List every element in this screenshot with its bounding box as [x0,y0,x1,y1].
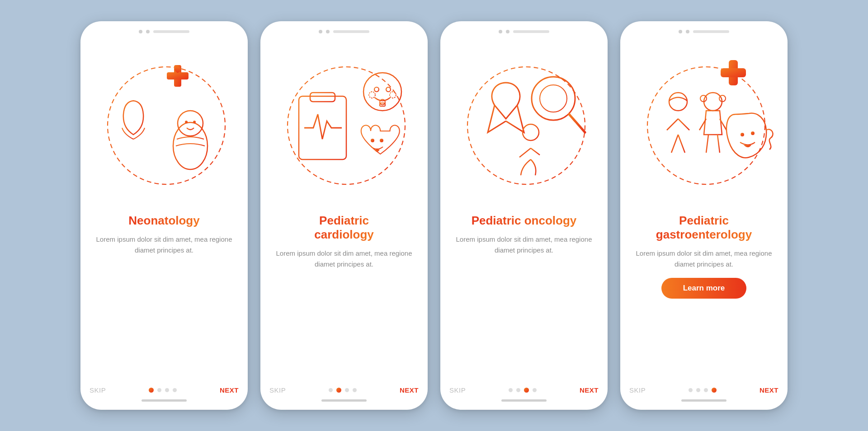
svg-point-19 [369,92,375,98]
status-line [693,30,729,33]
content-gastroenterology: Pediatricgastroenterology Lorem ipsum do… [620,214,788,386]
status-dot [319,30,322,33]
title-neonatology: Neonatology [128,214,199,228]
phone-pediatric-gastroenterology: Pediatricgastroenterology Lorem ipsum do… [620,21,788,410]
status-bar-4 [620,21,788,37]
svg-point-9 [185,121,188,123]
next-btn-4[interactable]: NEXT [760,386,778,394]
nav-dots-4 [689,388,717,393]
status-dot [506,30,509,33]
status-bar-2 [260,21,428,37]
illustration-cardiology [260,37,428,214]
dot-active [524,388,529,393]
status-dot [679,30,682,33]
svg-point-50 [751,131,755,135]
status-line [513,30,549,33]
svg-rect-35 [721,68,746,77]
svg-point-49 [741,133,744,136]
svg-point-21 [371,139,374,142]
svg-rect-5 [167,72,189,80]
dot [157,388,161,392]
nav-neonatology: SKIP NEXT [80,386,248,396]
dot [173,388,177,392]
dot [689,388,693,392]
body-oncology: Lorem ipsum dolor sit dim amet, mea regi… [453,234,595,256]
status-bar-1 [80,21,248,37]
nav-dots-2 [329,388,357,393]
next-btn-3[interactable]: NEXT [580,386,599,394]
home-indicator-1 [142,399,187,402]
dot [704,388,708,392]
content-cardiology: Pediatriccardiology Lorem ipsum dolor si… [260,214,428,386]
skip-btn-2[interactable]: SKIP [269,386,286,394]
skip-btn-4[interactable]: SKIP [629,386,646,394]
phones-container: Neonatology Lorem ipsum dolor sit dim am… [80,21,788,410]
dot [696,388,700,392]
svg-point-8 [178,111,203,136]
dot-active [336,388,341,393]
status-dot [686,30,689,33]
next-btn-2[interactable]: NEXT [400,386,419,394]
title-oncology: Pediatric oncology [472,214,577,228]
title-gastroenterology: Pediatricgastroenterology [656,214,752,242]
content-oncology: Pediatric oncology Lorem ipsum dolor sit… [440,214,608,386]
content-neonatology: Neonatology Lorem ipsum dolor sit dim am… [80,214,248,386]
dot-active [712,388,717,393]
nav-dots-3 [509,388,537,393]
svg-line-41 [678,135,685,153]
svg-line-48 [717,135,720,153]
nav-oncology: SKIP NEXT [440,386,608,396]
home-indicator-3 [501,399,547,402]
nav-gastroenterology: SKIP NEXT [620,386,788,396]
title-cardiology: Pediatriccardiology [314,214,373,242]
svg-point-36 [669,93,687,111]
svg-point-15 [374,87,379,92]
nav-dots-1 [149,388,177,393]
status-line [153,30,189,33]
nav-cardiology: SKIP NEXT [260,386,428,396]
skip-btn-3[interactable]: SKIP [449,386,466,394]
svg-point-22 [380,139,383,142]
status-dot [326,30,330,33]
phone-pediatric-cardiology: Pediatriccardiology Lorem ipsum dolor si… [260,21,428,410]
svg-line-40 [671,135,678,153]
body-neonatology: Lorem ipsum dolor sit dim amet, mea regi… [93,234,235,256]
illustration-oncology [440,37,608,214]
dot [509,388,513,392]
svg-line-39 [678,119,689,130]
illustration-gastroenterology [620,37,788,214]
svg-line-38 [667,119,678,130]
body-gastroenterology: Lorem ipsum dolor sit dim amet, mea regi… [633,248,775,270]
svg-point-26 [540,85,567,112]
svg-point-42 [704,93,722,111]
next-btn-1[interactable]: NEXT [220,386,239,394]
status-line [333,30,369,33]
phone-pediatric-oncology: Pediatric oncology Lorem ipsum dolor sit… [440,21,608,410]
illustration-neonatology [80,37,248,214]
skip-btn-1[interactable]: SKIP [90,386,106,394]
body-cardiology: Lorem ipsum dolor sit dim amet, mea regi… [273,248,415,270]
dot [165,388,169,392]
phone-neonatology: Neonatology Lorem ipsum dolor sit dim am… [80,21,248,410]
svg-line-47 [706,135,708,153]
dot [329,388,333,392]
svg-rect-13 [310,93,335,102]
learn-more-button[interactable]: Learn more [661,278,747,299]
status-dot [499,30,502,33]
svg-line-29 [519,148,531,157]
svg-line-25 [569,114,585,132]
status-dot [146,30,150,33]
status-bar-3 [440,21,608,37]
dot [516,388,520,392]
svg-point-33 [647,67,765,184]
dot [353,388,357,392]
svg-point-27 [523,124,539,141]
dot [345,388,349,392]
dot [533,388,537,392]
status-dot [139,30,142,33]
home-indicator-4 [681,399,726,402]
svg-point-16 [386,87,391,92]
dot-active [149,388,154,393]
svg-line-30 [531,148,540,155]
svg-point-10 [193,121,196,123]
